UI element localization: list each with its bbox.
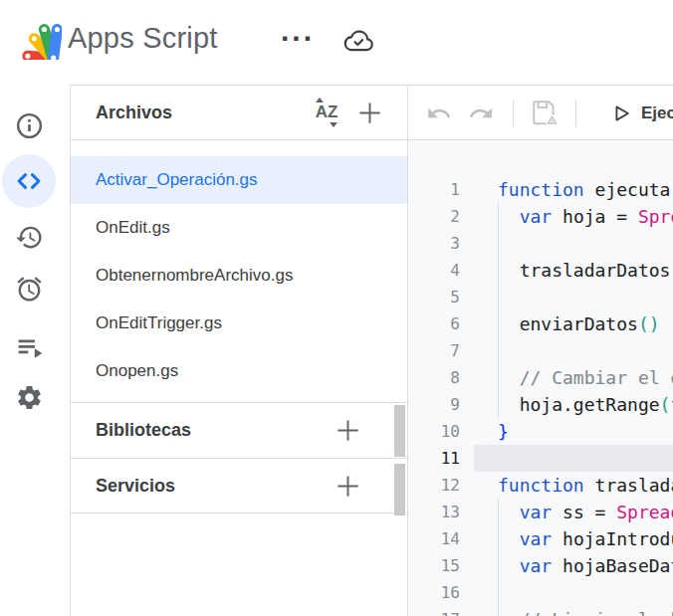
history-icon <box>15 223 44 252</box>
file-name: OnEdit.gs <box>96 218 170 238</box>
app-title: Apps Script <box>68 22 218 55</box>
add-service-button[interactable] <box>332 470 363 502</box>
code-line: 1 function ejecutar() { <box>408 176 673 203</box>
run-button-label: Ejecutar <box>641 103 673 123</box>
files-panel-title: Archivos <box>96 103 172 123</box>
panel-scrollbar-thumb[interactable] <box>394 464 405 515</box>
file-list-item[interactable]: Onopen.gs <box>71 347 407 395</box>
top-header: Apps Script ... <box>0 0 673 85</box>
code-line-text[interactable]: // Cambiar el estado <box>474 364 673 391</box>
line-number: 14 <box>408 525 460 552</box>
editor-nav-button[interactable] <box>2 154 56 208</box>
code-line-text[interactable]: var hoja = SpreadsheetApp.getActiveSheet… <box>474 203 673 230</box>
services-label: Servicios <box>96 476 175 497</box>
code-line-text[interactable] <box>474 337 673 364</box>
line-number: 3 <box>408 230 460 257</box>
line-number: 1 <box>408 176 460 203</box>
sort-files-button[interactable]: AZ <box>310 96 343 129</box>
toolbar-divider <box>513 101 514 126</box>
code-line-text[interactable]: enviarDatos() <box>474 310 673 337</box>
left-rail <box>0 85 70 616</box>
code-line: 3 <box>408 230 673 257</box>
undo-button[interactable] <box>426 86 452 140</box>
code-line-text[interactable]: var ss = SpreadsheetApp.getActive(); <box>474 499 673 525</box>
code-line-text[interactable]: function trasladarDatos() { <box>474 472 673 499</box>
code-line-text[interactable]: hoja.getRange(fila, 2).setValue(); <box>474 391 673 418</box>
code-line: 11 <box>408 445 673 472</box>
add-library-button[interactable] <box>332 415 363 447</box>
play-icon <box>610 103 632 124</box>
settings-nav-button[interactable] <box>2 370 56 424</box>
toolbar-divider <box>575 101 576 126</box>
file-name: Onopen.gs <box>96 361 178 381</box>
file-name: Activar_Operación.gs <box>96 170 258 190</box>
code-line-text[interactable]: trasladarDatos(); <box>474 257 673 284</box>
undo-icon <box>426 101 452 126</box>
files-panel-header: Archivos AZ <box>71 86 407 140</box>
panel-scrollbar-thumb[interactable] <box>394 405 405 457</box>
line-number: 7 <box>408 337 460 364</box>
code-line-text[interactable]: var hojaBaseDatos = ss.getSheetByName(); <box>474 552 673 579</box>
file-list-item[interactable]: Activar_Operación.gs <box>71 156 407 204</box>
line-number: 17 <box>408 606 460 616</box>
cloud-done-icon[interactable] <box>340 24 376 60</box>
code-line: 7 <box>408 337 673 364</box>
line-number: 6 <box>408 310 460 337</box>
executions-nav-button[interactable] <box>2 319 56 373</box>
code-line-text[interactable] <box>474 445 673 472</box>
code-area[interactable]: 1 function ejecutar() { 2 var hoja = Spr… <box>408 140 673 616</box>
triggers-nav-button[interactable] <box>2 262 56 315</box>
plus-icon <box>335 417 361 444</box>
save-project-button[interactable] <box>530 86 560 140</box>
services-section: Servicios <box>71 458 407 513</box>
code-line: 4 trasladarDatos(); <box>408 257 673 284</box>
line-number: 4 <box>408 257 460 284</box>
file-name: ObtenernombreArchivo.gs <box>96 266 293 286</box>
sort-caret-down-icon <box>330 122 337 127</box>
code-line-text[interactable] <box>474 284 673 310</box>
code-line: 9 hoja.getRange(fila, 2).setValue(); <box>408 391 673 418</box>
file-list: Activar_Operación.gs OnEdit.gs Obtenerno… <box>71 140 407 395</box>
editor-toolbar: Ejecutar <box>408 86 673 140</box>
file-name: OnEditTrigger.gs <box>96 313 222 333</box>
redo-button[interactable] <box>468 86 494 140</box>
code-line: 15 var hojaBaseDatos = ss.getSheetByName… <box>408 552 673 579</box>
alarm-icon <box>15 275 44 304</box>
sort-caret-up-icon <box>316 98 324 103</box>
code-line-text[interactable]: } <box>474 418 673 445</box>
plus-icon <box>356 100 383 126</box>
plus-icon <box>335 473 361 500</box>
code-line: 2 var hoja = SpreadsheetApp.getActiveShe… <box>408 203 673 230</box>
file-list-item[interactable]: ObtenernombreArchivo.gs <box>71 252 407 300</box>
code-line: 6 enviarDatos() <box>408 310 673 337</box>
project-name-truncated[interactable]: ... <box>281 14 315 48</box>
run-button[interactable]: Ejecutar <box>610 86 673 140</box>
code-line-text[interactable]: var hojaIntroduccion = ss.getSheetByName… <box>474 525 673 552</box>
project-history-nav-button[interactable] <box>2 210 56 264</box>
code-line-text[interactable] <box>474 579 673 606</box>
code-line-text[interactable] <box>474 230 673 257</box>
line-number: 11 <box>408 445 460 472</box>
overview-nav-button[interactable] <box>2 99 56 152</box>
line-number: 13 <box>408 499 460 525</box>
info-icon <box>15 111 44 140</box>
gear-icon <box>15 383 44 412</box>
line-number: 8 <box>408 364 460 391</box>
code-line: 5 <box>408 284 673 310</box>
save-warning-icon <box>530 99 560 128</box>
apps-script-window: Apps Script ... <box>0 0 673 616</box>
code-line-text[interactable]: function ejecutar() { <box>474 176 673 203</box>
redo-icon <box>468 101 494 126</box>
sort-az-icon: AZ <box>316 103 338 122</box>
code-line: 17 // Limpiar la hoja <box>408 606 673 616</box>
code-line: 13 var ss = SpreadsheetApp.getActive(); <box>408 499 673 525</box>
code-line-text[interactable]: // Limpiar la hoja <box>474 606 673 616</box>
code-line: 12 function trasladarDatos() { <box>408 472 673 499</box>
code-line: 8 // Cambiar el estado <box>408 364 673 391</box>
code-editor: Ejecutar 1 function ejecutar() { 2 var h… <box>408 85 673 616</box>
libraries-section: Bibliotecas <box>71 402 407 458</box>
file-list-item[interactable]: OnEditTrigger.gs <box>71 300 407 347</box>
file-list-item[interactable]: OnEdit.gs <box>71 204 407 252</box>
add-file-button[interactable] <box>353 97 385 128</box>
apps-script-logo-icon <box>14 12 62 60</box>
